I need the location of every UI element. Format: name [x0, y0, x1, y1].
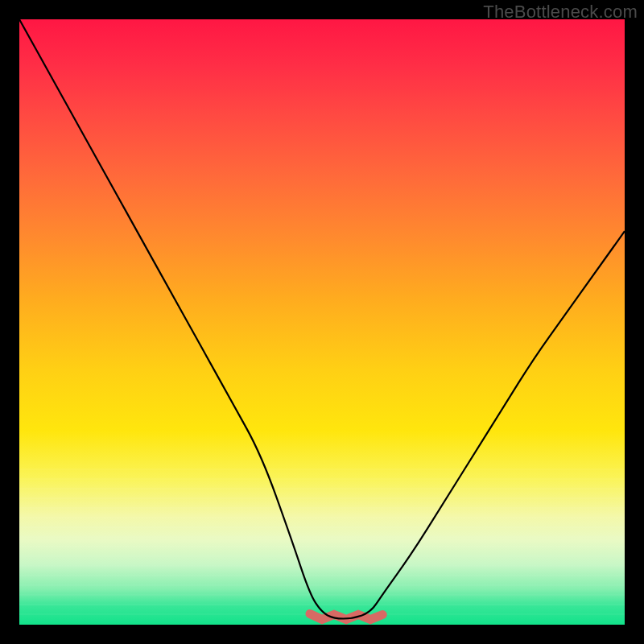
watermark-text: TheBottleneck.com: [483, 2, 638, 23]
curve-svg: [19, 19, 625, 625]
bottleneck-curve: [19, 19, 625, 619]
chart-frame: TheBottleneck.com: [0, 0, 644, 644]
plot-area: [19, 19, 625, 625]
